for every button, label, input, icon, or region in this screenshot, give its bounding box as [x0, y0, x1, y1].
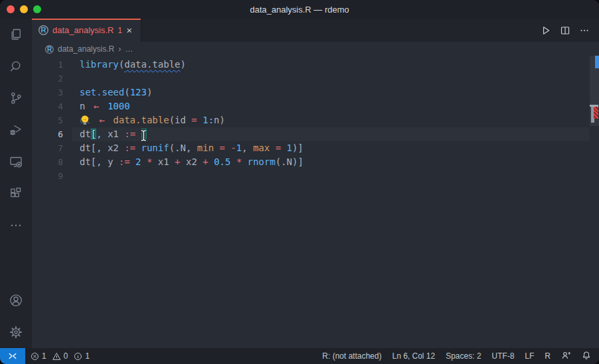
error-count: 1: [42, 351, 46, 361]
line-content[interactable]: dt[, y := 2 * x1 + x2 + 0.5 * rnorm(.N)]: [72, 155, 590, 169]
code-token: 1: [236, 143, 241, 153]
run-and-debug-icon[interactable]: [0, 114, 32, 146]
code-line[interactable]: 8dt[, y := 2 * x1 + x2 + 0.5 * rnorm(.N)…: [32, 155, 599, 169]
notifications-bell-icon[interactable]: [582, 351, 591, 362]
run-button[interactable]: [539, 23, 553, 38]
code-token: [102, 101, 107, 111]
split-editor-button[interactable]: [558, 23, 572, 38]
code-token: [281, 143, 287, 153]
encoding[interactable]: UTF-8: [492, 351, 514, 361]
editor-actions: [539, 19, 599, 42]
breadcrumb: R data_analysis.R › …: [32, 42, 599, 56]
traffic-lights: [7, 5, 41, 13]
code-token: +: [203, 156, 208, 167]
account-icon[interactable]: [0, 284, 32, 316]
code-token: 0.5: [214, 156, 230, 167]
code-line[interactable]: 3set.seed(123): [32, 86, 599, 99]
tab-problem-count: 1: [118, 26, 123, 35]
activity-bar: [0, 19, 32, 348]
code-token: ←: [91, 99, 102, 113]
code-token: [180, 156, 186, 167]
breadcrumb-more[interactable]: …: [125, 44, 133, 54]
r-file-icon: R: [38, 25, 48, 35]
code-token: min: [197, 143, 214, 153]
code-line[interactable]: 7dt[, x2 := runif(.N, min = -1, max = 1)…: [32, 141, 599, 155]
code-token: *: [147, 156, 152, 167]
line-number: 5: [32, 113, 63, 127]
line-content[interactable]: library(data.table): [72, 58, 590, 72]
code-token: [231, 156, 236, 167]
code-token: =: [192, 115, 197, 125]
code-token: x2: [186, 156, 202, 167]
info-icon: [74, 352, 82, 361]
code-token: [270, 143, 275, 153]
remote-explorer-icon[interactable]: [0, 146, 32, 178]
problems-summary[interactable]: 1 0 1: [25, 351, 93, 361]
more-actions-button[interactable]: [577, 23, 592, 38]
line-number: 3: [32, 86, 63, 99]
window-title: data_analysis.R — rdemo: [0, 5, 599, 15]
close-window-button[interactable]: [7, 5, 15, 13]
eol-sequence[interactable]: LF: [525, 351, 534, 361]
language-mode[interactable]: R: [545, 351, 551, 361]
remote-indicator[interactable]: [0, 348, 25, 364]
code-editor[interactable]: 1library(data.table)23set.seed(123)4n ← …: [32, 56, 599, 348]
minimize-window-button[interactable]: [20, 5, 28, 13]
info-count: 1: [85, 351, 90, 361]
code-token: [225, 143, 230, 153]
code-token: dt[, y: [80, 156, 119, 167]
code-token: 1000: [107, 101, 130, 111]
code-token: [242, 156, 247, 167]
tab-close-icon[interactable]: ×: [123, 25, 135, 36]
code-token: 123: [130, 87, 147, 97]
code-token: =: [275, 143, 281, 153]
code-line[interactable]: 5dt ← data.table(id = 1:n): [32, 113, 599, 127]
tab-label: data_analysis.R: [52, 25, 114, 35]
code-token: :=: [124, 129, 135, 139]
more-views-icon[interactable]: [0, 210, 32, 241]
code-token: 2: [135, 156, 141, 167]
cursor-position[interactable]: Ln 6, Col 12: [392, 351, 435, 361]
code-line[interactable]: 6dt[, x1 := ]: [32, 127, 599, 141]
line-content[interactable]: n ← 1000: [72, 99, 590, 113]
line-content[interactable]: dt[, x2 := runif(.N, min = -1, max = 1)]: [72, 141, 590, 155]
line-content[interactable]: [72, 72, 590, 86]
editor-area: R data_analysis.R 1 ×: [32, 19, 599, 348]
code-token: library: [80, 59, 119, 70]
line-content[interactable]: set.seed(123): [72, 86, 590, 99]
code-token: )]: [292, 143, 303, 153]
mouse-ibeam-cursor: [140, 129, 147, 142]
code-token: dt[, x2: [80, 143, 124, 153]
explorer-icon[interactable]: [0, 19, 32, 50]
code-line[interactable]: 1library(data.table): [32, 58, 599, 72]
line-content[interactable]: dt[, x1 := ]: [72, 127, 590, 141]
code-token: [141, 156, 147, 167]
search-icon[interactable]: [0, 50, 32, 82]
tab-data-analysis[interactable]: R data_analysis.R 1 ×: [32, 19, 141, 42]
line-number: 7: [32, 141, 63, 155]
line-content[interactable]: [72, 169, 590, 183]
code-token: 1: [202, 115, 208, 125]
code-token: ): [180, 59, 186, 70]
extensions-icon[interactable]: [0, 178, 32, 210]
code-line[interactable]: 9: [32, 169, 599, 183]
indentation[interactable]: Spaces: 2: [446, 351, 481, 361]
zoom-window-button[interactable]: [33, 5, 41, 13]
feedback-icon[interactable]: [561, 351, 571, 362]
code-token: x1: [158, 156, 174, 167]
code-token: :n): [208, 115, 225, 125]
vscode-window: data_analysis.R — rdemo: [0, 0, 599, 364]
code-token: data.table: [113, 115, 169, 125]
r-session-status[interactable]: R: (not attached): [322, 351, 381, 361]
line-content[interactable]: dt ← data.table(id = 1:n): [72, 113, 590, 127]
code-line[interactable]: 4n ← 1000: [32, 99, 599, 113]
overview-ruler-error-mark: [594, 107, 598, 119]
code-token: runif: [141, 143, 169, 153]
code-token: +: [174, 156, 180, 167]
settings-gear-icon[interactable]: [0, 316, 32, 348]
source-control-icon[interactable]: [0, 82, 32, 114]
breadcrumb-file[interactable]: data_analysis.R: [58, 44, 114, 54]
overview-ruler-info-mark: [595, 56, 599, 68]
code-line[interactable]: 2: [32, 72, 599, 86]
tab-bar: R data_analysis.R 1 ×: [32, 19, 599, 42]
